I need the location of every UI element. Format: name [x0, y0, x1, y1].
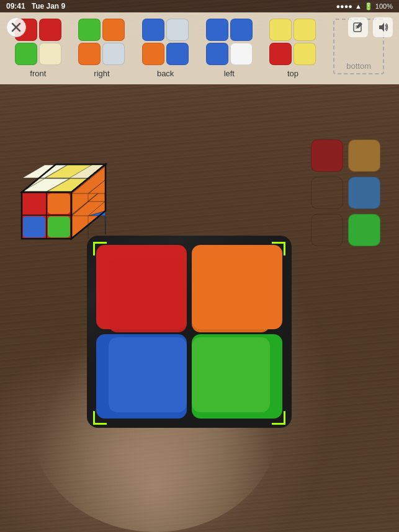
- sound-icon: [377, 22, 388, 33]
- svg-rect-11: [23, 216, 45, 237]
- status-bar: 09:41 Tue Jan 9 ●●●● ▲ 🔋 100%: [0, 0, 399, 12]
- cube-svg: [9, 143, 121, 242]
- left-label: left: [224, 69, 235, 78]
- floating-swatches: [311, 140, 380, 246]
- time-display: 09:41: [6, 2, 25, 11]
- back-grid: [142, 19, 189, 65]
- edit-icon: [352, 22, 364, 33]
- back-cell-3: [166, 43, 189, 65]
- cube-face-grid: [96, 245, 282, 419]
- back-label: back: [157, 69, 174, 78]
- battery-icon: 🔋: [364, 2, 373, 11]
- close-button[interactable]: [6, 17, 26, 37]
- sound-button[interactable]: [373, 17, 393, 37]
- right-cell-3: [102, 43, 125, 65]
- back-cell-1: [166, 19, 189, 41]
- swatch-2: [348, 140, 380, 172]
- date-display: Tue Jan 9: [32, 2, 65, 11]
- swatch-6: [348, 214, 380, 246]
- face-back[interactable]: back: [142, 19, 189, 78]
- top-right-icons: [348, 17, 393, 37]
- face-left[interactable]: left: [206, 19, 253, 78]
- real-cube-body: [87, 236, 292, 428]
- back-cell-0: [142, 19, 164, 41]
- battery-percent: 100%: [375, 2, 393, 10]
- swatch-3-empty: [311, 177, 343, 209]
- top-label: top: [287, 69, 298, 78]
- left-cell-3: [230, 43, 253, 65]
- left-cell-1: [230, 19, 253, 41]
- cube-tile-orange: [192, 245, 282, 329]
- svg-rect-10: [48, 193, 70, 214]
- right-cell-2: [78, 43, 101, 65]
- front-label: front: [30, 69, 46, 78]
- swatch-4: [348, 177, 380, 209]
- svg-marker-5: [379, 23, 384, 32]
- status-icons: ●●●● ▲ 🔋 100%: [336, 2, 393, 11]
- left-cell-0: [206, 19, 228, 41]
- status-time: 09:41 Tue Jan 9: [6, 2, 65, 11]
- cube-diagram: [9, 143, 121, 242]
- front-cell-1: [39, 19, 61, 41]
- right-grid: [78, 19, 125, 65]
- svg-rect-9: [23, 193, 45, 214]
- front-cell-3: [39, 43, 61, 65]
- face-top[interactable]: top: [269, 19, 316, 78]
- left-cell-2: [206, 43, 228, 65]
- cube-tile-green: [192, 334, 282, 419]
- top-cell-0: [269, 19, 292, 41]
- right-cell-0: [78, 19, 101, 41]
- left-grid: [206, 19, 253, 65]
- swatch-1: [311, 140, 343, 172]
- top-cell-2: [269, 43, 292, 65]
- top-cell-1: [294, 19, 316, 41]
- close-icon: [11, 22, 21, 32]
- edit-button[interactable]: [348, 17, 368, 37]
- front-cell-2: [15, 43, 37, 65]
- top-panel: front right back: [0, 12, 399, 84]
- bottom-label: bottom: [346, 61, 371, 71]
- right-label: right: [94, 69, 109, 78]
- wifi-icon: ▲: [355, 2, 362, 10]
- cube-tile-blue: [96, 334, 187, 419]
- swatch-5-empty: [311, 214, 343, 246]
- top-cell-3: [294, 43, 316, 65]
- svg-rect-12: [48, 216, 70, 237]
- right-cell-1: [102, 19, 125, 41]
- cube-tile-red: [96, 245, 187, 329]
- face-right[interactable]: right: [78, 19, 125, 78]
- face-row: front right back: [6, 19, 393, 78]
- back-cell-2: [142, 43, 164, 65]
- top-grid: [269, 19, 316, 65]
- signal-icon: ●●●●: [336, 2, 352, 10]
